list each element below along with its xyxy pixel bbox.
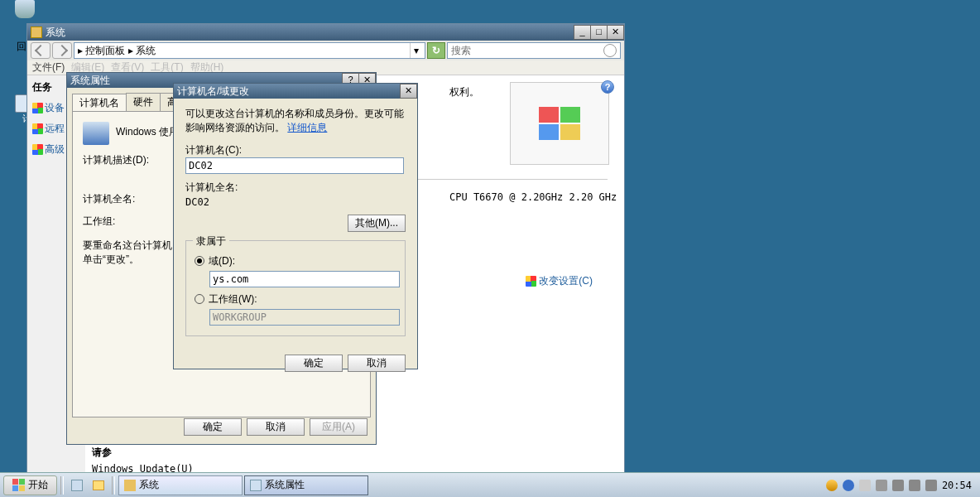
search-input[interactable]: [451, 45, 603, 56]
domain-label: 域(D):: [209, 254, 235, 268]
namedlg-info: 可以更改这台计算机的名称和成员身份。更改可能影响网络资源的访问。 详细信息: [185, 107, 406, 135]
breadcrumb-box[interactable]: ▸ 控制面板 ▸ 系统 ▾: [74, 42, 425, 59]
search-icon[interactable]: [603, 44, 617, 57]
domain-input[interactable]: [209, 271, 400, 287]
shield-icon: [32, 123, 43, 134]
quicklaunch-desktop[interactable]: [67, 475, 87, 495]
system-title-text: 系统: [46, 26, 574, 40]
refresh-button[interactable]: ↻: [427, 42, 445, 59]
tray-network-icon[interactable]: [859, 480, 871, 491]
workgroup-label: 工作组:: [83, 215, 157, 229]
taskbar-sysprop-label: 系统属性: [265, 478, 305, 492]
tray-icon-5[interactable]: [892, 480, 904, 491]
tab-computer-name[interactable]: 计算机名: [72, 94, 127, 112]
start-button[interactable]: 开始: [3, 475, 57, 495]
shield-icon: [32, 144, 43, 155]
breadcrumb-dropdown[interactable]: ▾: [410, 43, 421, 58]
fullname-label: 计算机全名:: [83, 192, 157, 206]
sysprop-ok-button[interactable]: 确定: [184, 418, 242, 436]
tray-volume-icon[interactable]: [876, 480, 887, 491]
recycle-bin[interactable]: [15, 0, 35, 18]
shield-icon: [32, 103, 43, 113]
search-box[interactable]: [447, 42, 621, 59]
computer-name-label: 计算机名(C):: [185, 143, 406, 157]
workgroup-label2: 工作组(W):: [209, 292, 257, 306]
name-domain-dialog: 计算机名/域更改 ✕ 可以更改这台计算机的名称和成员身份。更改可能影响网络资源的…: [173, 83, 418, 369]
help-button[interactable]: ?: [601, 80, 614, 94]
task-device-label: 设备: [45, 101, 65, 115]
computer-icon: [83, 122, 109, 145]
change-settings-link[interactable]: 改变设置(C): [526, 274, 593, 288]
tray-icon-6[interactable]: [909, 480, 920, 491]
namedlg-ok-button[interactable]: 确定: [285, 355, 343, 372]
breadcrumb-text: ▸ 控制面板 ▸ 系统: [78, 44, 156, 58]
more-button[interactable]: 其他(M)...: [348, 215, 406, 232]
change-settings-label: 改变设置(C): [539, 274, 593, 288]
close-button[interactable]: ✕: [607, 25, 624, 40]
desktop-return-label: 回: [17, 40, 26, 54]
task-remote-label: 远程: [45, 122, 65, 136]
computer-name-input[interactable]: [185, 157, 404, 174]
member-of-legend: 隶属于: [193, 234, 229, 248]
system-icon: [124, 480, 136, 491]
rename-text: 要重命名这台计算机，单击“更改”。: [83, 239, 182, 267]
system-titlebar[interactable]: 系统 _ □ ✕: [27, 24, 624, 41]
windows-logo-icon: [539, 107, 580, 140]
sysprop-cancel-button[interactable]: 取消: [247, 418, 305, 436]
address-bar: ▸ 控制面板 ▸ 系统 ▾ ↻: [27, 41, 624, 60]
quicklaunch-explorer[interactable]: [89, 475, 108, 495]
domain-radio-row[interactable]: 域(D):: [195, 254, 396, 268]
namedlg-title: 计算机名/域更改: [177, 84, 401, 99]
taskbar-item-sysprop[interactable]: 系统属性: [244, 475, 368, 495]
fullname-value: DC02: [185, 196, 406, 208]
see-also-header: 请参: [92, 446, 112, 460]
taskbar-item-system[interactable]: 系统: [118, 475, 243, 495]
tray-icon-7[interactable]: [925, 480, 937, 491]
tray-icon-1[interactable]: [826, 480, 838, 491]
taskbar-system-label: 系统: [139, 478, 159, 492]
namedlg-body: 可以更改这台计算机的名称和成员身份。更改可能影响网络资源的访问。 详细信息 计算…: [174, 99, 417, 345]
cpu-info: CPU T6670 @ 2.20GHz 2.20 GHz: [449, 191, 617, 203]
rights-text: 权利。: [449, 85, 479, 99]
namedlg-close-button[interactable]: ✕: [400, 84, 417, 99]
clock[interactable]: 20:54: [942, 480, 972, 491]
tab-hardware[interactable]: 硬件: [126, 93, 161, 111]
maximize-button[interactable]: □: [590, 25, 608, 40]
member-of-group: 隶属于 域(D): 工作组(W):: [185, 240, 406, 336]
back-arrow-icon: [35, 45, 46, 56]
namedlg-titlebar[interactable]: 计算机名/域更改 ✕: [174, 84, 417, 99]
namedlg-cancel-button[interactable]: 取消: [348, 355, 406, 372]
workgroup-radio-row[interactable]: 工作组(W):: [195, 292, 396, 306]
system-logo: [510, 82, 609, 165]
desc-label: 计算机描述(D):: [83, 153, 157, 167]
fullname-label2: 计算机全名:: [185, 181, 406, 195]
show-desktop-icon: [71, 480, 83, 491]
details-link[interactable]: 详细信息: [287, 122, 327, 133]
back-button[interactable]: [31, 42, 50, 59]
forward-button[interactable]: [52, 42, 72, 59]
menu-file[interactable]: 文件(F): [32, 60, 65, 75]
task-advanced-label: 高级: [45, 142, 65, 157]
start-label: 开始: [28, 478, 48, 492]
minimize-button[interactable]: _: [574, 25, 591, 40]
workgroup-input: [209, 309, 400, 326]
sysprop-icon: [250, 480, 262, 491]
sysprop-apply-button[interactable]: 应用(A): [310, 418, 368, 436]
windows-start-icon: [12, 479, 25, 491]
taskbar: 开始 系统 系统属性 20:54: [0, 472, 980, 497]
system-title-icon: [31, 27, 42, 38]
workgroup-radio[interactable]: [195, 294, 204, 304]
tray-icon-2[interactable]: [843, 480, 854, 491]
recycle-bin-icon: [15, 0, 35, 18]
system-tray: 20:54: [826, 480, 977, 491]
folder-icon: [93, 480, 104, 490]
shield-icon: [526, 276, 536, 287]
domain-radio[interactable]: [195, 256, 204, 266]
forward-arrow-icon: [56, 45, 68, 56]
